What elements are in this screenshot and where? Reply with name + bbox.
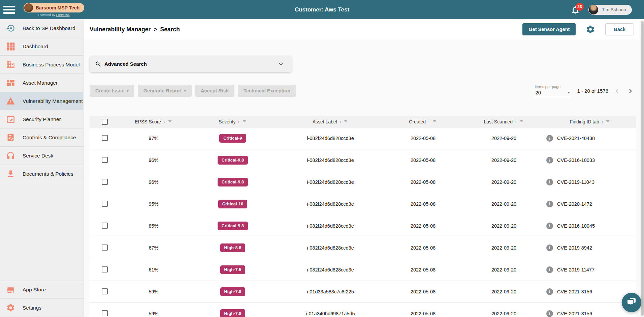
chevron-down-icon[interactable] bbox=[278, 61, 284, 67]
column-header-created[interactable]: Created↑ bbox=[383, 119, 463, 124]
row-checkbox[interactable] bbox=[102, 179, 108, 185]
gear-icon bbox=[6, 303, 15, 312]
sidebar-item-documents-policies[interactable]: Documents & Policies bbox=[0, 165, 83, 183]
row-checkbox[interactable] bbox=[102, 201, 108, 207]
pagination-range: 1 - 20 of 1576 bbox=[577, 88, 608, 94]
row-checkbox[interactable] bbox=[102, 244, 108, 251]
sidebar-item-settings[interactable]: Settings bbox=[0, 299, 83, 317]
create-issue-button[interactable]: Create Issue▾ bbox=[90, 85, 134, 97]
severity-cell: Critical-9.8 bbox=[187, 156, 278, 165]
history-icon bbox=[6, 24, 15, 33]
filter-icon[interactable] bbox=[343, 119, 348, 124]
info-icon[interactable]: i bbox=[546, 135, 553, 142]
sidebar-item-vulnerability-management[interactable]: Vulnerability Management bbox=[0, 92, 83, 110]
asset-label-cell: i-082f24d6d828ccd3e bbox=[278, 157, 383, 163]
accept-risk-button[interactable]: Accept Risk bbox=[195, 85, 234, 97]
back-button[interactable]: Back bbox=[605, 23, 634, 35]
row-checkbox[interactable] bbox=[102, 223, 108, 229]
chat-launcher-button[interactable] bbox=[622, 293, 641, 312]
row-checkbox[interactable] bbox=[102, 266, 108, 272]
row-checkbox[interactable] bbox=[102, 157, 108, 163]
severity-cell: Critical-9 bbox=[187, 134, 278, 143]
column-header-last-scanned[interactable]: Last Scanned↑ bbox=[463, 119, 544, 124]
finding-id-text: CVE-2019-8942 bbox=[557, 245, 592, 251]
finding-id-cell: iCVE-2016-10045 bbox=[544, 223, 636, 229]
hamburger-menu-icon[interactable] bbox=[3, 6, 15, 14]
sidebar-item-service-desk[interactable]: Service Desk bbox=[0, 147, 83, 165]
created-cell: 2022-05-08 bbox=[383, 245, 463, 251]
finding-id-text: CVE-2020-1472 bbox=[557, 201, 592, 207]
table-row: 59%High-7.8i-01a340bd69871a5d52022-05-08… bbox=[90, 303, 636, 317]
filter-icon[interactable] bbox=[242, 119, 247, 124]
user-menu[interactable]: Tim Schnurr bbox=[588, 5, 632, 15]
sidebar-item-back-to-sp-dashboard[interactable]: Back to SP Dashboard bbox=[0, 19, 83, 37]
table-row: 95%Critical-10i-082f24d6d828ccd3e2022-05… bbox=[90, 193, 636, 215]
next-page-button[interactable] bbox=[626, 87, 634, 95]
row-select-cell bbox=[90, 310, 120, 317]
technical-exception-button[interactable]: Technical Exception bbox=[238, 85, 296, 97]
info-icon[interactable]: i bbox=[546, 266, 553, 273]
column-header-asset-label[interactable]: Asset Label↑ bbox=[278, 119, 383, 124]
filter-icon[interactable] bbox=[432, 119, 437, 124]
table-row: 61%High-7.5i-082f24d6d828ccd3e2022-05-08… bbox=[90, 259, 636, 281]
asset-label-cell: i-082f24d6d828ccd3e bbox=[278, 245, 383, 251]
epss-score-cell: 61% bbox=[120, 267, 187, 272]
scrollbar-thumb[interactable] bbox=[641, 21, 644, 316]
last-scanned-cell: 2022-09-20 bbox=[463, 267, 544, 272]
brand-pill[interactable]: Barsoom MSP Tech bbox=[24, 3, 84, 12]
sidebar-item-label: Asset Manager bbox=[23, 80, 58, 86]
advanced-search-panel[interactable]: Advanced Search bbox=[90, 56, 292, 72]
info-icon[interactable]: i bbox=[546, 201, 553, 207]
severity-badge: High-7.8 bbox=[220, 309, 246, 317]
info-icon[interactable]: i bbox=[546, 179, 553, 185]
items-per-page-select[interactable]: 20 ▾ bbox=[535, 89, 570, 97]
sidebar-item-business-process-model[interactable]: Business Process Model bbox=[0, 56, 83, 74]
sidebar-item-dashboard[interactable]: Dashboard bbox=[0, 37, 83, 56]
column-header-severity[interactable]: Severity↑ bbox=[187, 119, 278, 124]
fortmesa-link[interactable]: FortMesa bbox=[56, 13, 69, 17]
row-select-cell bbox=[90, 223, 120, 230]
generate-report-button[interactable]: Generate Report▾ bbox=[138, 85, 192, 97]
brand[interactable]: Barsoom MSP Tech Powered by FortMesa bbox=[24, 0, 84, 19]
filter-icon[interactable] bbox=[605, 119, 610, 124]
sidebar-item-controls-compliance[interactable]: Controls & Compliance bbox=[0, 128, 83, 147]
advanced-search-label: Advanced Search bbox=[104, 61, 147, 67]
row-checkbox[interactable] bbox=[102, 310, 108, 316]
row-checkbox[interactable] bbox=[102, 288, 108, 294]
info-icon[interactable]: i bbox=[546, 157, 553, 164]
finding-id-cell: iCVE-2019-11477 bbox=[544, 266, 636, 273]
severity-cell: Critical-10 bbox=[187, 200, 278, 208]
row-checkbox[interactable] bbox=[102, 135, 108, 141]
asset-label-cell: i-082f24d6d828ccd3e bbox=[278, 136, 383, 141]
sidebar-item-security-planner[interactable]: Security Planner bbox=[0, 110, 83, 128]
filter-icon[interactable] bbox=[519, 119, 524, 124]
filter-icon[interactable] bbox=[167, 119, 172, 124]
severity-cell: High-7.5 bbox=[187, 265, 278, 274]
created-cell: 2022-05-08 bbox=[383, 179, 463, 185]
finding-id-cell: iCVE-2021-40438 bbox=[544, 135, 636, 142]
created-cell: 2022-05-08 bbox=[383, 311, 463, 316]
info-icon[interactable]: i bbox=[546, 310, 553, 317]
search-icon bbox=[95, 61, 102, 67]
info-icon[interactable]: i bbox=[546, 223, 553, 229]
breadcrumb-vulnerability-manager[interactable]: Vulnerability Manager bbox=[90, 26, 151, 33]
sidebar-item-label: Controls & Compliance bbox=[23, 135, 76, 141]
settings-gear-icon[interactable] bbox=[586, 25, 595, 34]
column-header-epss-score[interactable]: EPSS Score↓ bbox=[120, 119, 187, 124]
finding-id-cell: iCVE-2019-8942 bbox=[544, 244, 636, 251]
select-all-checkbox[interactable] bbox=[102, 119, 108, 125]
info-icon[interactable]: i bbox=[546, 288, 553, 295]
asset-label-cell: i-082f24d6d828ccd3e bbox=[278, 223, 383, 229]
asset-label-cell: i-082f24d6d828ccd3e bbox=[278, 201, 383, 207]
notifications-button[interactable]: 23 bbox=[570, 4, 581, 16]
get-sensor-agent-button[interactable]: Get Sensor Agent bbox=[522, 23, 576, 35]
info-icon[interactable]: i bbox=[546, 244, 553, 251]
created-cell: 2022-05-08 bbox=[383, 289, 463, 294]
column-header-finding-id-tab[interactable]: Finding ID tab↑ bbox=[544, 119, 636, 124]
previous-page-button[interactable] bbox=[614, 87, 621, 95]
sidebar-item-label: App Store bbox=[23, 287, 46, 293]
created-cell: 2022-05-08 bbox=[383, 136, 463, 141]
sidebar-item-app-store[interactable]: App Store bbox=[0, 281, 83, 299]
sidebar-item-asset-manager[interactable]: Asset Manager bbox=[0, 74, 83, 92]
sidebar-item-label: Security Planner bbox=[23, 116, 61, 122]
